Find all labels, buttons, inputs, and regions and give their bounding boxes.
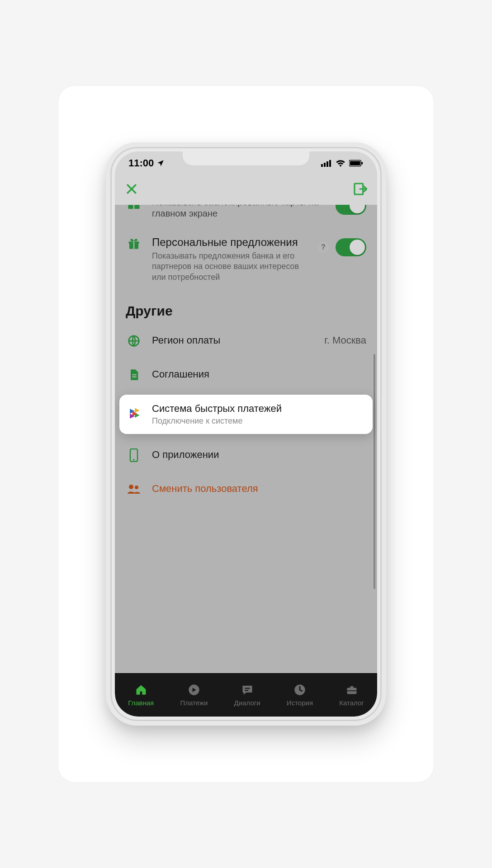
tab-home-label: Главная xyxy=(128,699,154,707)
sbp-logo-icon xyxy=(127,406,143,424)
switch-user-label: Сменить пользователя xyxy=(152,482,366,495)
svg-rect-0 xyxy=(321,164,323,167)
close-icon[interactable] xyxy=(125,182,138,198)
home-icon xyxy=(134,684,148,696)
wifi-icon xyxy=(336,160,345,167)
svg-rect-28 xyxy=(347,690,356,691)
section-other-title: Другие xyxy=(115,291,377,323)
svg-rect-5 xyxy=(350,161,360,165)
svg-rect-11 xyxy=(134,205,139,209)
cellular-signal-icon xyxy=(321,160,332,167)
svg-rect-23 xyxy=(245,688,250,689)
cards-icon xyxy=(126,205,142,211)
svg-rect-24 xyxy=(245,690,248,691)
tab-payments[interactable]: Платежи xyxy=(180,684,208,707)
tab-dialogs-label: Диалоги xyxy=(234,699,260,707)
users-icon xyxy=(126,483,142,495)
sbp-title: Система быстрых платежей xyxy=(152,403,282,415)
scrollbar[interactable] xyxy=(374,354,375,589)
tab-bar: Главная Платежи Диалоги История Каталог xyxy=(115,673,377,717)
tab-dialogs[interactable]: Диалоги xyxy=(234,684,260,707)
svg-rect-14 xyxy=(133,241,135,249)
logout-icon[interactable] xyxy=(353,182,367,198)
tab-history[interactable]: История xyxy=(287,684,313,707)
phone-frame: 11:00 xyxy=(106,142,386,726)
row-switch-user[interactable]: Сменить пользователя xyxy=(115,472,377,505)
clock-icon xyxy=(293,684,307,696)
svg-rect-16 xyxy=(132,374,137,375)
row-about-app[interactable]: О приложении xyxy=(115,438,377,472)
tab-home[interactable]: Главная xyxy=(128,684,154,707)
tab-catalog[interactable]: Каталог xyxy=(339,684,364,707)
agreements-label: Соглашения xyxy=(152,368,366,381)
sbp-subtitle: Подключение к системе xyxy=(152,416,282,426)
document-icon xyxy=(126,368,142,381)
svg-rect-2 xyxy=(326,161,328,167)
row-sbp[interactable]: Система быстрых платежей Подключение к с… xyxy=(119,395,373,434)
briefcase-icon xyxy=(345,684,359,696)
svg-point-19 xyxy=(133,459,135,461)
svg-rect-1 xyxy=(324,163,326,167)
status-time: 11:00 xyxy=(128,157,154,169)
chat-icon xyxy=(241,684,254,696)
tab-catalog-label: Каталог xyxy=(339,699,364,707)
svg-rect-17 xyxy=(132,377,137,377)
row-agreements[interactable]: Соглашения xyxy=(115,358,377,391)
svg-rect-6 xyxy=(361,162,363,165)
location-arrow-icon xyxy=(156,159,165,167)
arrow-circle-icon xyxy=(187,684,201,696)
notch xyxy=(183,151,309,167)
personal-offers-desc: Показывать предложения банка и его партн… xyxy=(152,251,308,283)
svg-point-21 xyxy=(135,486,138,489)
row-payment-region[interactable]: Регион оплаты г. Москва xyxy=(115,323,377,358)
setting-blocked-cards: Показывать заблокированные карты на глав… xyxy=(115,205,377,227)
region-value: г. Москва xyxy=(324,335,366,346)
globe-icon xyxy=(126,334,142,348)
battery-icon xyxy=(349,160,364,167)
phone-icon xyxy=(126,448,142,462)
help-icon[interactable]: ? xyxy=(317,241,329,253)
tab-payments-label: Платежи xyxy=(180,699,208,707)
svg-point-20 xyxy=(129,485,133,489)
setting-blocked-cards-label: Показывать заблокированные карты на глав… xyxy=(152,205,326,219)
svg-rect-27 xyxy=(350,686,353,689)
personal-offers-title: Персональные предложения xyxy=(152,236,308,249)
tab-history-label: История xyxy=(287,699,313,707)
region-label: Регион оплаты xyxy=(152,334,314,347)
gift-icon xyxy=(126,236,142,250)
toggle-personal-offers[interactable] xyxy=(336,238,366,256)
about-label: О приложении xyxy=(152,448,366,461)
svg-rect-3 xyxy=(329,160,331,167)
app-header xyxy=(115,175,377,205)
content-scroll[interactable]: Показывать заблокированные карты на глав… xyxy=(115,205,377,673)
setting-personal-offers: Персональные предложения Показывать пред… xyxy=(115,227,377,291)
toggle-blocked-cards[interactable] xyxy=(336,205,366,215)
svg-rect-10 xyxy=(128,205,133,209)
